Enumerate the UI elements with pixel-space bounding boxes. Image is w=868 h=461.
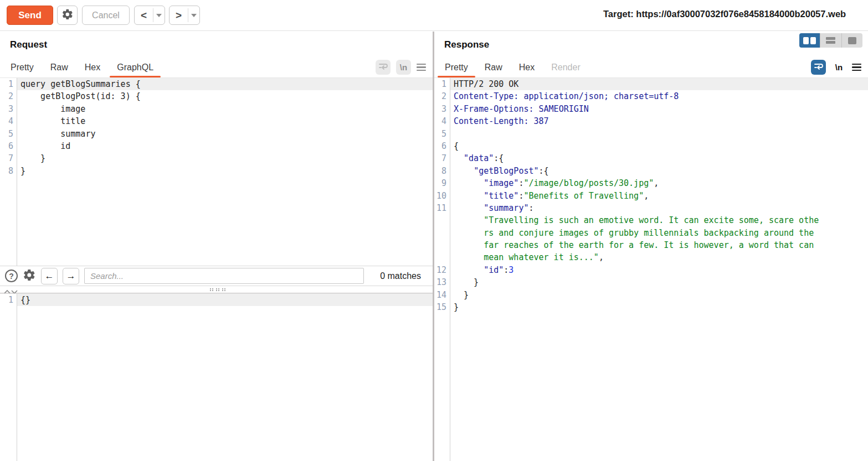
- code-row: mean whatever it is...",: [434, 251, 868, 263]
- response-panel: Response Pretty Raw Hex Render: [434, 32, 868, 461]
- request-splitter[interactable]: [0, 286, 433, 293]
- rows-layout-button[interactable]: [820, 33, 841, 48]
- code-row: 12 "id":3: [434, 264, 868, 276]
- search-input[interactable]: [84, 268, 364, 284]
- code-line: X-Frame-Options: SAMEORIGIN: [450, 103, 868, 115]
- line-number: 7: [0, 152, 17, 164]
- help-icon: ?: [9, 272, 14, 281]
- target-label: Target:: [603, 9, 634, 19]
- response-menu-button[interactable]: [852, 64, 861, 71]
- help-button[interactable]: ?: [5, 270, 18, 282]
- code-line: [450, 128, 868, 140]
- code-line: "id":3: [450, 264, 868, 276]
- next-match-button[interactable]: →: [63, 268, 79, 284]
- code-row: 6 id: [0, 140, 433, 152]
- columns-layout-button[interactable]: [799, 33, 820, 48]
- rows-layout-icon: [826, 37, 835, 44]
- tab-response-hex[interactable]: Hex: [511, 58, 543, 77]
- line-number: [434, 227, 450, 239]
- line-number: 1: [0, 78, 17, 90]
- line-number: 5: [434, 128, 450, 140]
- code-row: 8}: [0, 165, 433, 177]
- line-number: 1: [0, 294, 17, 306]
- forward-dropdown-button[interactable]: [188, 6, 199, 24]
- code-line: }: [17, 165, 433, 177]
- code-line: title: [17, 115, 433, 127]
- response-title: Response: [444, 39, 489, 50]
- forward-arrow-icon[interactable]: >: [170, 6, 188, 24]
- word-wrap-toggle[interactable]: [376, 60, 391, 75]
- target-url-value: https://0af30007032f076e8458184000b20057…: [636, 9, 846, 19]
- single-layout-button[interactable]: [841, 33, 862, 48]
- code-line: "title":"Benefits of Travelling",: [450, 190, 868, 202]
- line-number: [434, 214, 450, 226]
- line-number: 3: [0, 103, 17, 115]
- code-row: 13 }: [434, 276, 868, 288]
- tab-response-raw[interactable]: Raw: [476, 58, 511, 77]
- tab-response-pretty[interactable]: Pretty: [436, 58, 476, 77]
- request-panel-header: Request Pretty Raw Hex GraphQL \n: [0, 32, 433, 77]
- code-line: HTTP/2 200 OK: [450, 78, 868, 90]
- newline-toggle[interactable]: \n: [396, 60, 411, 75]
- code-row: 14 }: [434, 289, 868, 301]
- code-line: "Travelling is such an emotive word. It …: [450, 214, 868, 226]
- code-line: }: [450, 276, 868, 288]
- line-number: 13: [434, 276, 450, 288]
- splitter-drag-handle[interactable]: [210, 288, 223, 289]
- newline-icon: \n: [835, 63, 843, 72]
- tab-response-render[interactable]: Render: [543, 58, 588, 77]
- hamburger-menu-icon: [852, 64, 861, 65]
- code-line: "data":{: [450, 152, 868, 164]
- response-panel-header: Response Pretty Raw Hex Render: [434, 32, 868, 77]
- code-row: 11 "summary":: [434, 202, 868, 214]
- line-number: 6: [434, 140, 450, 152]
- code-line: "summary":: [450, 202, 868, 214]
- gear-icon: [23, 268, 36, 284]
- code-row: 7 }: [0, 152, 433, 164]
- tab-request-graphql[interactable]: GraphQL: [109, 58, 162, 77]
- request-menu-button[interactable]: [417, 64, 426, 71]
- request-code-editor[interactable]: 1query getBlogSummaries {2 getBlogPost(i…: [0, 77, 433, 266]
- line-number: 4: [0, 115, 17, 127]
- code-line: query getBlogSummaries {: [17, 78, 433, 90]
- code-row: 6{: [434, 140, 868, 152]
- code-line: getBlogPost(id: 3) {: [17, 90, 433, 102]
- code-row: 4Content-Length: 387: [434, 115, 868, 127]
- code-row: 2 getBlogPost(id: 3) {: [0, 90, 433, 102]
- code-line: id: [17, 140, 433, 152]
- dropdown-caret-icon: [191, 14, 197, 17]
- line-number: 14: [434, 289, 450, 301]
- line-number: 11: [434, 202, 450, 214]
- request-body-editor[interactable]: 1{}: [0, 293, 433, 461]
- tab-request-pretty[interactable]: Pretty: [2, 58, 42, 77]
- code-row: 1HTTP/2 200 OK: [434, 78, 868, 90]
- response-code-editor[interactable]: 1HTTP/2 200 OK2Content-Type: application…: [434, 77, 868, 461]
- code-row: 5 summary: [0, 128, 433, 140]
- response-editor-tools: \n: [811, 60, 861, 75]
- gear-icon: [61, 8, 74, 23]
- single-layout-icon: [848, 37, 856, 44]
- line-number: 8: [434, 165, 450, 177]
- newline-toggle[interactable]: \n: [831, 60, 846, 75]
- word-wrap-icon: [814, 61, 824, 74]
- line-number: 3: [434, 103, 450, 115]
- code-line: Content-Type: application/json; charset=…: [450, 90, 868, 102]
- word-wrap-toggle[interactable]: [811, 60, 826, 75]
- code-row: rs and conjure images of grubby millenni…: [434, 227, 868, 239]
- cancel-button[interactable]: Cancel: [82, 6, 130, 25]
- back-arrow-icon[interactable]: <: [135, 6, 153, 24]
- hamburger-menu-icon: [417, 64, 426, 65]
- search-settings-button[interactable]: [23, 268, 36, 284]
- send-button[interactable]: Send: [7, 6, 53, 25]
- send-settings-button[interactable]: [57, 6, 78, 25]
- back-dropdown-button[interactable]: [153, 6, 165, 24]
- code-row: 10 "title":"Benefits of Travelling",: [434, 190, 868, 202]
- tab-request-hex[interactable]: Hex: [76, 58, 109, 77]
- prev-match-button[interactable]: ←: [41, 268, 58, 284]
- code-line: {: [450, 140, 868, 152]
- code-line: {}: [17, 294, 433, 306]
- tab-request-raw[interactable]: Raw: [42, 58, 76, 77]
- search-toolbar: ? ← → 0 matches: [0, 266, 433, 286]
- response-tab-bar: Pretty Raw Hex Render: [436, 58, 589, 77]
- code-line: mean whatever it is...",: [450, 251, 868, 263]
